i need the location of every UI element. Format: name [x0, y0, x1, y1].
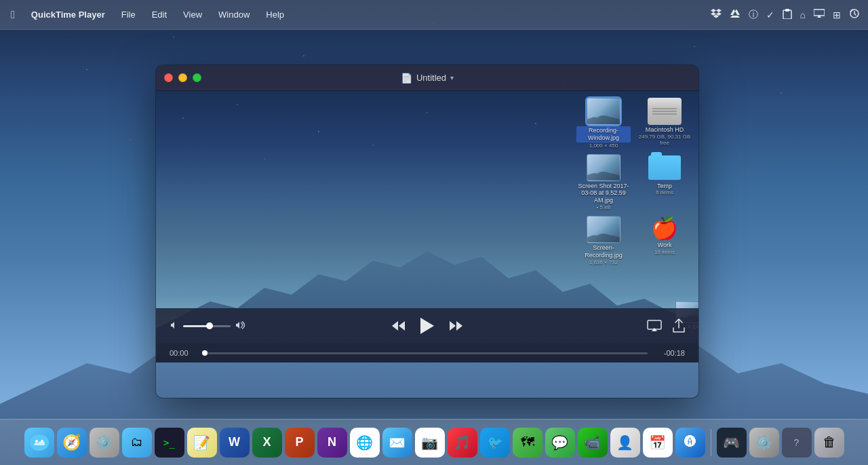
- svg-point-10: [35, 440, 38, 443]
- menubar-right: ⓘ ✓ ⌂ ⊞: [711, 8, 860, 21]
- icon-sublabel-screen-recording: 1,636 × 732: [576, 259, 631, 265]
- icon-row-1: Recording-Window.jpg 1,000 × 450 Macinto…: [576, 98, 692, 149]
- svg-marker-5: [420, 318, 434, 334]
- dropbox-icon[interactable]: [711, 8, 722, 21]
- dock-chrome[interactable]: 🌐: [350, 428, 380, 458]
- document-icon: 📄: [401, 73, 412, 83]
- app-name[interactable]: QuickTime Player: [28, 8, 108, 21]
- dock-safari[interactable]: 🧭: [57, 428, 87, 458]
- folder-icon: [648, 154, 682, 181]
- fast-forward-button[interactable]: [449, 320, 464, 332]
- dock-excel[interactable]: X: [252, 428, 282, 458]
- grid-icon[interactable]: ⊞: [833, 10, 841, 20]
- volume-high-icon: [235, 320, 247, 332]
- svg-rect-1: [785, 9, 789, 12]
- desktop-icon-screenshot[interactable]: Screen Shot 2017-03-08 at 9.52.59 AM.jpg…: [576, 154, 631, 210]
- remaining-time: -00:18: [654, 349, 685, 357]
- progress-row: 00:00 -00:18: [156, 343, 698, 362]
- icon-label-screenshot: Screen Shot 2017-03-08 at 9.52.59 AM.jpg: [576, 183, 631, 204]
- progress-track[interactable]: [202, 352, 648, 354]
- icon-sublabel-hd: 249.79 GB, 90.31 GB free: [637, 134, 692, 146]
- time-machine-icon[interactable]: [849, 8, 860, 21]
- icon-label-temp: Temp: [637, 183, 692, 190]
- airplay-button[interactable]: [647, 320, 662, 332]
- desktop-icon-recording-window[interactable]: Recording-Window.jpg 1,000 × 450: [576, 98, 631, 149]
- icon-row-2: Screen Shot 2017-03-08 at 9.52.59 AM.jpg…: [576, 154, 692, 210]
- dock-calendar[interactable]: 📅: [643, 428, 673, 458]
- titlebar: 📄 Untitled ▾: [156, 65, 698, 91]
- dock-finder2[interactable]: 🗂: [122, 428, 152, 458]
- dock-unknown[interactable]: ?: [782, 428, 812, 458]
- dock-appstore[interactable]: 🅐: [675, 428, 705, 458]
- info-icon[interactable]: ⓘ: [749, 9, 758, 21]
- minimize-button[interactable]: [178, 73, 187, 82]
- google-drive-icon[interactable]: [730, 8, 741, 21]
- dock-finder[interactable]: [24, 428, 54, 458]
- menu-file[interactable]: File: [119, 8, 138, 21]
- apple-icon: 🍎: [648, 216, 681, 240]
- icon-label-1: Recording-Window.jpg: [576, 126, 631, 143]
- desktop-icon-screen-recording[interactable]: Screen-Recording.jpg 1,636 × 732: [576, 216, 631, 265]
- icon-label-work: Work: [637, 242, 692, 249]
- title-dropdown-arrow[interactable]: ▾: [450, 74, 454, 81]
- desktop-icons-group: Recording-Window.jpg 1,000 × 450 Macinto…: [576, 98, 692, 265]
- video-area[interactable]: Recording-Window.jpg 1,000 × 450 Macinto…: [156, 91, 698, 362]
- menu-help[interactable]: Help: [263, 8, 287, 21]
- desktop-icon-temp[interactable]: Temp 6 items: [637, 154, 692, 210]
- dock-contacts[interactable]: 👤: [610, 428, 640, 458]
- volume-slider[interactable]: [183, 325, 231, 327]
- menu-view[interactable]: View: [180, 8, 205, 21]
- svg-marker-6: [450, 321, 456, 331]
- dock-powerpoint[interactable]: P: [285, 428, 315, 458]
- window-title-group: 📄 Untitled ▾: [401, 73, 454, 83]
- airplay-menu-icon[interactable]: [814, 9, 825, 20]
- icon-label-hd: Macintosh HD: [637, 126, 692, 134]
- dock-maps[interactable]: 🗺: [513, 428, 542, 458]
- share-button[interactable]: [673, 318, 685, 333]
- menu-edit[interactable]: Edit: [149, 8, 170, 21]
- current-time: 00:00: [170, 349, 195, 357]
- screenshot-thumb-1: [587, 98, 620, 125]
- dock-photos[interactable]: 📷: [415, 428, 445, 458]
- right-controls: [647, 318, 685, 333]
- volume-low-icon[interactable]: [170, 320, 179, 332]
- dock-onenote[interactable]: N: [317, 428, 347, 458]
- rewind-button[interactable]: [391, 320, 406, 332]
- volume-section: [170, 320, 251, 332]
- icon-row-3: Screen-Recording.jpg 1,636 × 732 🍎 Work …: [576, 216, 692, 265]
- dock-messages[interactable]: 💬: [545, 428, 575, 458]
- checkmark-icon[interactable]: ✓: [766, 10, 774, 20]
- transport-controls: [391, 316, 464, 335]
- dock-separator: [711, 429, 711, 456]
- maximize-button[interactable]: [193, 73, 201, 82]
- traffic-lights: [164, 73, 201, 82]
- desktop-icon-macintosh-hd[interactable]: Macintosh HD 249.79 GB, 90.31 GB free: [637, 98, 692, 149]
- dock-terminal[interactable]: >_: [155, 428, 184, 458]
- dock-music[interactable]: 🎵: [448, 428, 477, 458]
- dock-facetime[interactable]: 📹: [578, 428, 608, 458]
- hd-icon: [648, 98, 682, 125]
- dock-steam[interactable]: 🎮: [717, 428, 747, 458]
- desktop-icon-work[interactable]: 🍎 Work 16 items: [637, 216, 692, 265]
- dock: 🧭 ⚙️ 🗂 >_ 📝 W X P N 🌐 ✉️ 📷 🎵 🐦 🗺 💬: [0, 419, 868, 465]
- dock-trash[interactable]: 🗑: [814, 428, 844, 458]
- dock-word[interactable]: W: [220, 428, 250, 458]
- icon-sublabel-temp: 6 items: [637, 189, 692, 196]
- home-icon[interactable]: ⌂: [800, 10, 806, 20]
- dock-settings2[interactable]: ⚙️: [749, 428, 779, 458]
- close-button[interactable]: [164, 73, 173, 82]
- dock-twitter[interactable]: 🐦: [480, 428, 510, 458]
- dock-system-prefs[interactable]: ⚙️: [90, 428, 119, 458]
- screenshot-thumb-3: [587, 216, 620, 243]
- dock-notes[interactable]: 📝: [187, 428, 217, 458]
- progress-thumb: [202, 350, 208, 356]
- play-button[interactable]: [419, 316, 435, 335]
- dock-mail[interactable]: ✉️: [382, 428, 412, 458]
- quicktime-window: 📄 Untitled ▾ Recording-Window.jpg 1,000 …: [156, 65, 698, 398]
- icon-label-screen-recording: Screen-Recording.jpg: [576, 244, 631, 259]
- menu-window[interactable]: Window: [216, 8, 252, 21]
- clipboard-icon[interactable]: [783, 8, 792, 21]
- menubar-left:  QuickTime Player File Edit View Window…: [8, 7, 287, 22]
- svg-point-11: [41, 440, 43, 443]
- apple-menu[interactable]: : [8, 7, 18, 22]
